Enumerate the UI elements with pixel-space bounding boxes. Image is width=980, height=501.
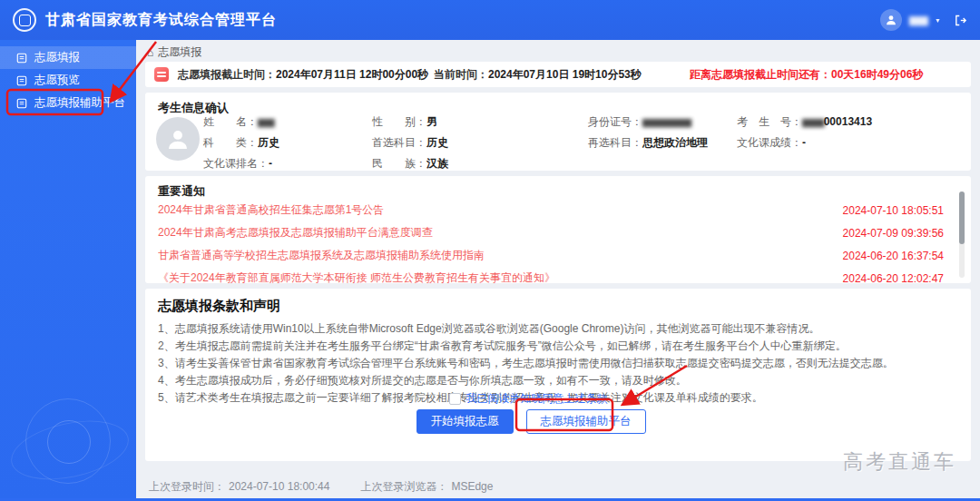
person-icon bbox=[165, 126, 191, 152]
terms-card: 志愿填报条款和声明 1、志愿填报系统请使用Win10以上系统自带Microsof… bbox=[145, 289, 971, 461]
notice-link[interactable]: 《关于2024年教育部直属师范大学本研衔接 师范生公费教育招生有关事宜的通知》 bbox=[158, 270, 555, 286]
sidebar-watermark-emblem bbox=[25, 398, 111, 484]
countdown: 距离志愿填报截止时间还有：00天16时49分06秒 bbox=[690, 62, 923, 87]
notice-date: 2024-06-20 12:02:47 bbox=[843, 272, 944, 285]
field-name: 姓 名：▇▇▇ bbox=[203, 114, 372, 130]
deadline-alert-icon bbox=[154, 67, 169, 82]
user-name[interactable]: ▇▇▇ bbox=[909, 15, 927, 25]
last-browser-label: 上次登录浏览器： bbox=[360, 480, 447, 493]
app-header: 甘肃省国家教育考试综合管理平台 ▇▇▇ ▼ bbox=[0, 0, 980, 40]
sidebar-item-volunteer-fill[interactable]: 志愿填报 bbox=[0, 46, 136, 69]
list-item: 《关于2024年教育部直属师范大学本研衔接 师范生公费教育招生有关事宜的通知》 … bbox=[158, 267, 944, 290]
notice-date: 2024-07-10 18:05:51 bbox=[843, 204, 944, 217]
header-user-area: ▇▇▇ ▼ bbox=[880, 9, 967, 31]
platform-logo-icon bbox=[13, 8, 36, 32]
list-item: 2024年甘肃省普通高校招生征集志愿第1号公告 2024-07-10 18:05… bbox=[158, 199, 944, 221]
notice-link[interactable]: 甘肃省普通高等学校招生志愿填报系统及志愿填报辅助系统使用指南 bbox=[158, 248, 485, 263]
main-content: ⌂ 志愿填报 志愿填报截止时间：2024年07月11日 12时00分00秒 当前… bbox=[136, 40, 980, 501]
field-gender: 性 别：男 bbox=[372, 114, 588, 130]
field-culture-score: 文化课成绩：- bbox=[737, 135, 872, 151]
list-item: 甘肃省普通高等学校招生志愿填报系统及志愿填报辅助系统使用指南 2024-06-2… bbox=[158, 244, 944, 267]
list-item: 2024年甘肃高考志愿填报及志愿填报辅助平台满意度调查 2024-07-09 0… bbox=[158, 221, 944, 244]
form-icon bbox=[16, 53, 27, 64]
current-time-value: 2024年07月10日 19时10分53秒 bbox=[488, 68, 642, 81]
field-first-subject: 首选科目：历史 bbox=[372, 135, 588, 151]
masked-id-number: ▇▇▇▇▇▇▇▇▇ bbox=[642, 118, 691, 127]
watermark-text: 高考直通车 bbox=[843, 448, 956, 476]
assist-platform-button[interactable]: 志愿填报辅助平台 bbox=[526, 409, 646, 434]
action-buttons: 开始填报志愿 志愿填报辅助平台 bbox=[145, 409, 971, 434]
deadline-time: 志愿填报截止时间：2024年07月11日 12时00分00秒 bbox=[178, 62, 428, 87]
deadline-label: 志愿填报截止时间： bbox=[178, 68, 276, 81]
logout-button[interactable] bbox=[954, 14, 967, 27]
notice-date: 2024-07-09 09:39:56 bbox=[843, 227, 944, 240]
student-avatar bbox=[156, 117, 200, 161]
breadcrumb-current[interactable]: 志愿填报 bbox=[158, 44, 201, 60]
countdown-value: 00天16时49分06秒 bbox=[831, 68, 923, 81]
scrollbar-thumb[interactable] bbox=[959, 192, 965, 244]
scrollbar-track[interactable] bbox=[959, 192, 965, 278]
home-icon[interactable]: ⌂ bbox=[147, 46, 153, 59]
start-fill-button[interactable]: 开始填报志愿 bbox=[416, 409, 514, 434]
form-icon bbox=[16, 75, 27, 86]
student-fields: 姓 名：▇▇▇ 性 别：男 身份证号：▇▇▇▇▇▇▇▇▇ 考 生 号：▇▇▇▇0… bbox=[203, 112, 872, 174]
current-time: 当前时间：2024年07月10日 19时10分53秒 bbox=[434, 62, 642, 87]
agreement-checkbox[interactable] bbox=[449, 393, 461, 405]
last-login-time-label: 上次登录时间： bbox=[149, 480, 225, 493]
field-candidate-number: 考 生 号：▇▇▇▇00013413 bbox=[737, 114, 872, 130]
terms-item: 1、志愿填报系统请使用Win10以上系统自带Microsoft Edge浏览器或… bbox=[158, 320, 958, 338]
terms-title: 志愿填报条款和声明 bbox=[158, 298, 280, 315]
notice-list: 2024年甘肃省普通高校招生征集志愿第1号公告 2024-07-10 18:05… bbox=[158, 199, 944, 290]
notice-date: 2024-06-20 16:37:54 bbox=[843, 250, 944, 262]
current-time-label: 当前时间： bbox=[434, 68, 488, 81]
terms-item: 4、考生志愿填报成功后，务必仔细预览核对所提交的志愿是否与你所填志愿一致，如有不… bbox=[158, 372, 958, 389]
logout-icon bbox=[954, 14, 967, 27]
last-login-time-value: 2024-07-10 18:00:44 bbox=[229, 480, 329, 493]
terms-item: 2、考生填报志愿前需提前关注并在考生服务平台绑定“甘肃省教育考试院服务号”微信公… bbox=[158, 338, 958, 355]
field-id-number: 身份证号：▇▇▇▇▇▇▇▇▇ bbox=[588, 114, 737, 130]
chevron-down-icon[interactable]: ▼ bbox=[935, 17, 941, 24]
notices-card: 重要通知 2024年甘肃省普通高校招生征集志愿第1号公告 2024-07-10 … bbox=[145, 176, 971, 283]
agreement-row: 我已阅读并知晓同意上述条款 bbox=[145, 391, 971, 407]
field-ethnicity: 民 族：汉族 bbox=[372, 156, 588, 172]
countdown-label: 距离志愿填报截止时间还有： bbox=[690, 68, 831, 81]
last-browser-value: MSEdge bbox=[451, 480, 493, 493]
sidebar-item-assist-platform[interactable]: 志愿填报辅助平台 bbox=[0, 92, 136, 114]
masked-candidate-prefix: ▇▇▇▇ bbox=[802, 118, 824, 127]
user-avatar[interactable] bbox=[880, 9, 902, 31]
last-login-info: 上次登录时间：2024-07-10 18:00:44上次登录浏览器：MSEdge bbox=[149, 479, 496, 495]
app-title: 甘肃省国家教育考试综合管理平台 bbox=[45, 11, 277, 30]
sidebar: 志愿填报 志愿预览 志愿填报辅助平台 bbox=[0, 40, 136, 498]
sidebar-item-label: 志愿填报辅助平台 bbox=[34, 95, 125, 111]
person-icon bbox=[885, 14, 897, 26]
notices-title: 重要通知 bbox=[158, 183, 205, 200]
field-second-subject: 再选科目：思想政治地理 bbox=[588, 135, 737, 151]
sidebar-item-label: 志愿填报 bbox=[34, 50, 80, 65]
form-icon bbox=[16, 98, 27, 109]
terms-item: 3、请考生妥善保管甘肃省国家教育考试综合管理平台系统账号和密码，考生志愿填报时需… bbox=[158, 355, 958, 372]
field-category: 科 类：历史 bbox=[203, 135, 372, 151]
student-info-card: 考生信息确认 姓 名：▇▇▇ 性 别：男 身份证号：▇▇▇▇▇▇▇▇▇ 考 生 … bbox=[145, 93, 971, 171]
masked-name: ▇▇▇ bbox=[258, 118, 274, 127]
breadcrumb: ⌂ 志愿填报 bbox=[147, 44, 201, 60]
agreement-label[interactable]: 我已阅读并知晓同意上述条款 bbox=[466, 391, 608, 407]
notice-link[interactable]: 2024年甘肃省普通高校招生征集志愿第1号公告 bbox=[158, 202, 384, 218]
sidebar-item-volunteer-preview[interactable]: 志愿预览 bbox=[0, 69, 136, 92]
field-culture-rank: 文化课排名：- bbox=[203, 156, 372, 172]
notice-link[interactable]: 2024年甘肃高考志愿填报及志愿填报辅助平台满意度调查 bbox=[158, 225, 433, 241]
deadline-value: 2024年07月11日 12时00分00秒 bbox=[276, 68, 428, 81]
sidebar-item-label: 志愿预览 bbox=[34, 73, 80, 88]
deadline-bar: 志愿填报截止时间：2024年07月11日 12时00分00秒 当前时间：2024… bbox=[145, 62, 971, 87]
